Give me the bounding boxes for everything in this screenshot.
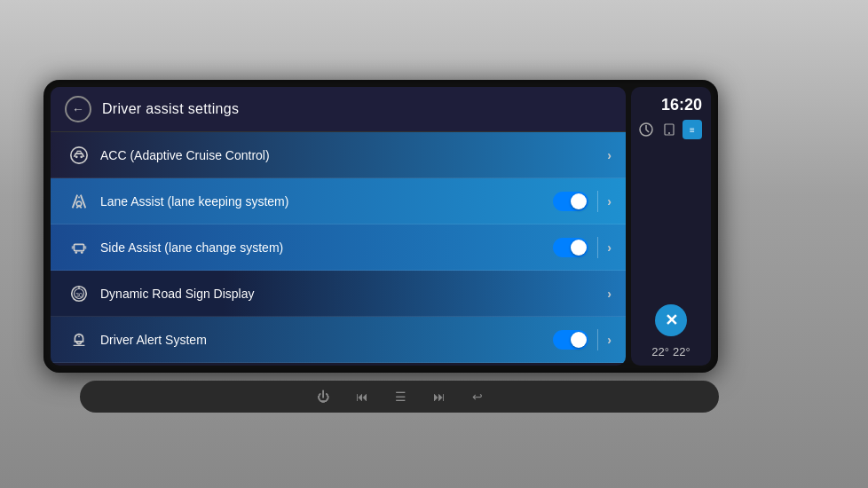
road-sign-chevron[interactable]: › — [607, 287, 612, 301]
driver-alert-controls: › — [553, 329, 612, 350]
acc-icon — [65, 146, 93, 165]
main-screen: ← Driver assist settings — [51, 87, 626, 366]
clock-display: 16:20 — [636, 96, 706, 114]
power-button[interactable]: ⏻ — [317, 390, 329, 404]
side-assist-icon — [65, 238, 93, 257]
driver-alert-icon — [65, 330, 93, 350]
driver-alert-chevron[interactable]: › — [607, 333, 612, 347]
svg-point-1 — [75, 155, 78, 158]
temp-right: 22° — [673, 345, 690, 358]
lane-assist-label: Lane Assist (lane keeping system) — [100, 194, 553, 209]
svg-point-11 — [78, 335, 80, 337]
lane-assist-toggle[interactable] — [553, 192, 588, 211]
next-button[interactable]: ⏭ — [433, 390, 446, 404]
lane-assist-chevron[interactable]: › — [607, 194, 612, 209]
menu-button[interactable]: ☰ — [395, 390, 406, 404]
svg-rect-4 — [75, 244, 84, 250]
side-assist-divider — [597, 237, 598, 258]
side-icons-row: ≡ — [636, 120, 706, 139]
svg-point-13 — [668, 132, 670, 134]
back-icon: ← — [72, 102, 84, 116]
menu-item-lane-assist[interactable]: Lane Assist (lane keeping system) › — [51, 178, 626, 224]
road-sign-label: Dynamic Road Sign Display — [100, 287, 607, 301]
driver-alert-label: Driver Alert System — [100, 333, 553, 347]
svg-point-5 — [75, 251, 77, 254]
temperature-display: 22° 22° — [636, 345, 706, 358]
car-dashboard: ← Driver assist settings — [0, 0, 868, 488]
acc-chevron[interactable]: › — [607, 148, 612, 162]
screen-header: ← Driver assist settings — [51, 87, 626, 132]
menu-item-acc[interactable]: ACC (Adaptive Cruise Control) › — [51, 132, 626, 178]
svg-text:30: 30 — [75, 290, 83, 298]
menu-item-driver-alert[interactable]: Driver Alert System › — [51, 317, 626, 363]
side-assist-controls: › — [553, 237, 612, 258]
lane-assist-toggle-knob — [571, 193, 587, 209]
back-button[interactable]: ← — [65, 96, 91, 122]
menu-item-road-sign[interactable]: 30 Dynamic Road Sign Display › — [51, 271, 626, 317]
side-assist-label: Side Assist (lane change system) — [100, 240, 553, 255]
side-assist-chevron[interactable]: › — [607, 240, 612, 255]
bottom-controls-bar: ⏻ ⏮ ☰ ⏭ ↩ — [80, 381, 719, 413]
back-hw-button[interactable]: ↩ — [472, 390, 483, 404]
prev-button[interactable]: ⏮ — [356, 390, 368, 404]
road-sign-icon: 30 — [65, 284, 93, 303]
close-button[interactable]: ✕ — [655, 304, 687, 336]
temp-left: 22° — [651, 345, 669, 358]
screen-bezel: ← Driver assist settings — [43, 80, 718, 373]
svg-point-2 — [80, 155, 83, 158]
lane-assist-controls: › — [553, 191, 612, 212]
lane-assist-icon — [65, 192, 93, 211]
menu-icon-label: ≡ — [690, 125, 695, 135]
menu-icon-box[interactable]: ≡ — [683, 120, 702, 139]
side-panel: 16:20 ≡ — [631, 87, 711, 366]
menu-list: ACC (Adaptive Cruise Control) › — [51, 132, 626, 366]
driver-alert-divider — [597, 329, 598, 350]
lane-assist-divider — [597, 191, 598, 212]
close-icon: ✕ — [665, 311, 678, 330]
driver-alert-toggle-knob — [571, 332, 587, 348]
acc-label: ACC (Adaptive Cruise Control) — [100, 148, 607, 162]
driver-alert-toggle[interactable] — [553, 330, 588, 350]
phone-icon — [659, 120, 679, 139]
menu-item-side-assist[interactable]: Side Assist (lane change system) › — [51, 224, 626, 271]
side-assist-toggle-knob — [571, 240, 587, 256]
svg-point-6 — [81, 251, 83, 254]
acc-controls: › — [607, 148, 612, 162]
road-sign-controls: › — [607, 287, 612, 301]
side-assist-toggle[interactable] — [553, 238, 588, 257]
screen-title: Driver assist settings — [102, 101, 239, 117]
svg-point-0 — [71, 146, 87, 162]
nav-icon — [636, 120, 656, 139]
